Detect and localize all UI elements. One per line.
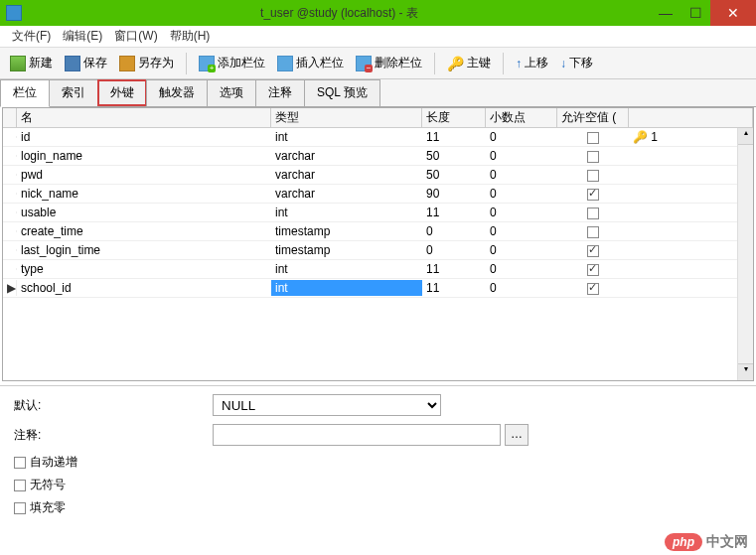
cell-length[interactable]: 50 [422, 167, 486, 183]
cell-type[interactable]: int [271, 205, 422, 220]
cell-key[interactable] [629, 174, 753, 176]
new-button[interactable]: 新建 [6, 53, 57, 73]
close-button[interactable]: ✕ [710, 0, 756, 26]
cell-decimals[interactable]: 0 [486, 261, 557, 277]
autoincrement-check[interactable]: 自动递增 [14, 454, 742, 471]
cell-decimals[interactable]: 0 [486, 205, 557, 220]
saveas-button[interactable]: 另存为 [115, 53, 178, 73]
cell-length[interactable]: 0 [422, 242, 486, 258]
cell-key[interactable] [629, 193, 753, 195]
cell-type[interactable]: varchar [271, 148, 422, 164]
cell-key[interactable] [629, 230, 753, 232]
cell-allownull[interactable] [557, 280, 629, 296]
table-row[interactable]: login_namevarchar500 [3, 147, 753, 166]
cell-length[interactable]: 11 [422, 205, 486, 220]
cell-type[interactable]: int [271, 129, 422, 145]
cell-allownull[interactable] [557, 186, 629, 202]
cell-allownull[interactable] [557, 148, 629, 164]
fields-grid[interactable]: 名 类型 长度 小数点 允许空值 ( idint110🔑 1login_name… [2, 107, 754, 381]
menu-edit[interactable]: 编辑(E) [57, 26, 108, 47]
cell-length[interactable]: 0 [422, 223, 486, 239]
header-key[interactable] [629, 108, 753, 127]
cell-name[interactable]: create_time [17, 223, 271, 239]
cell-length[interactable]: 11 [422, 261, 486, 277]
header-allownull[interactable]: 允许空值 ( [557, 108, 629, 127]
minimize-button[interactable]: — [651, 0, 680, 26]
cell-allownull[interactable] [557, 129, 629, 145]
menu-file[interactable]: 文件(F) [6, 26, 57, 47]
table-row[interactable]: create_timetimestamp00 [3, 222, 753, 241]
cell-name[interactable]: id [17, 129, 271, 145]
tab-comment[interactable]: 注释 [255, 79, 305, 106]
header-name[interactable]: 名 [17, 108, 271, 127]
header-length[interactable]: 长度 [422, 108, 486, 127]
cell-type[interactable]: int [271, 261, 422, 277]
menu-window[interactable]: 窗口(W) [108, 26, 163, 47]
tab-sqlpreview[interactable]: SQL 预览 [304, 79, 380, 106]
cell-name[interactable]: type [17, 261, 271, 277]
addfield-button[interactable]: 添加栏位 [195, 53, 269, 73]
maximize-button[interactable]: ☐ [680, 0, 710, 26]
movedown-button[interactable]: ↓下移 [556, 53, 597, 73]
cell-name[interactable]: school_id [17, 280, 271, 296]
cell-key[interactable] [629, 268, 753, 270]
cell-name[interactable]: login_name [17, 148, 271, 164]
zerofill-check[interactable]: 填充零 [14, 499, 742, 516]
cell-type[interactable]: timestamp [271, 242, 422, 258]
deletefield-button[interactable]: 删除栏位 [352, 53, 426, 73]
cell-name[interactable]: usable [17, 205, 271, 220]
cell-type[interactable]: int [271, 280, 422, 296]
unsigned-check[interactable]: 无符号 [14, 477, 742, 493]
comment-more-button[interactable]: … [505, 424, 529, 446]
vertical-scrollbar[interactable] [737, 128, 753, 380]
cell-allownull[interactable] [557, 261, 629, 277]
cell-name[interactable]: last_login_time [17, 242, 271, 258]
tab-triggers[interactable]: 触发器 [146, 79, 208, 106]
cell-length[interactable]: 90 [422, 186, 486, 202]
cell-key[interactable] [629, 249, 753, 251]
tab-foreignkeys[interactable]: 外键 [97, 79, 147, 106]
table-row[interactable]: idint110🔑 1 [3, 128, 753, 147]
cell-key[interactable] [629, 155, 753, 157]
header-type[interactable]: 类型 [271, 108, 422, 127]
cell-decimals[interactable]: 0 [486, 167, 557, 183]
cell-decimals[interactable]: 0 [486, 242, 557, 258]
tab-options[interactable]: 选项 [207, 79, 256, 106]
default-select[interactable]: NULL [213, 394, 441, 416]
tab-fields[interactable]: 栏位 [0, 79, 50, 107]
save-button[interactable]: 保存 [61, 53, 111, 73]
cell-allownull[interactable] [557, 205, 629, 220]
cell-key[interactable]: 🔑 1 [629, 129, 753, 145]
cell-type[interactable]: varchar [271, 167, 422, 183]
cell-allownull[interactable] [557, 223, 629, 239]
tab-indexes[interactable]: 索引 [49, 79, 98, 106]
table-row[interactable]: ▶school_idint110 [3, 279, 753, 298]
cell-length[interactable]: 11 [422, 280, 486, 296]
table-row[interactable]: usableint110 [3, 204, 753, 222]
cell-allownull[interactable] [557, 242, 629, 258]
cell-type[interactable]: varchar [271, 186, 422, 202]
cell-key[interactable] [629, 211, 753, 213]
insertfield-button[interactable]: 插入栏位 [273, 53, 348, 73]
table-row[interactable]: last_login_timetimestamp00 [3, 241, 753, 260]
table-row[interactable]: typeint110 [3, 260, 753, 279]
cell-allownull[interactable] [557, 167, 629, 183]
moveup-button[interactable]: ↑上移 [512, 53, 552, 73]
cell-length[interactable]: 50 [422, 148, 486, 164]
cell-decimals[interactable]: 0 [486, 129, 557, 145]
comment-input[interactable] [213, 424, 501, 446]
cell-type[interactable]: timestamp [271, 223, 422, 239]
cell-name[interactable]: pwd [17, 167, 271, 183]
header-decimals[interactable]: 小数点 [486, 108, 557, 127]
primarykey-button[interactable]: 🔑主键 [443, 53, 495, 73]
cell-decimals[interactable]: 0 [486, 223, 557, 239]
table-row[interactable]: nick_namevarchar900 [3, 185, 753, 204]
cell-length[interactable]: 11 [422, 129, 486, 145]
menu-help[interactable]: 帮助(H) [164, 26, 217, 47]
cell-decimals[interactable]: 0 [486, 186, 557, 202]
cell-key[interactable] [629, 287, 753, 289]
cell-decimals[interactable]: 0 [486, 148, 557, 164]
cell-decimals[interactable]: 0 [486, 280, 557, 296]
cell-name[interactable]: nick_name [17, 186, 271, 202]
table-row[interactable]: pwdvarchar500 [3, 166, 753, 185]
